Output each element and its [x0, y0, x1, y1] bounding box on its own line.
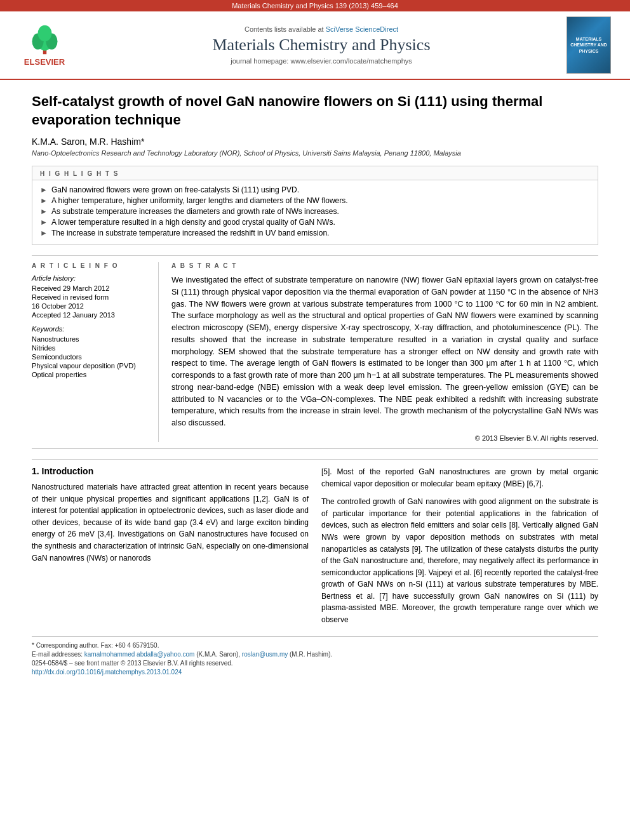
highlight-text-3: As substrate temperature increases the d… — [51, 207, 339, 216]
highlight-item-1: ► GaN nanowired flowers were grown on fr… — [40, 185, 590, 194]
section-divider — [32, 459, 598, 460]
article-info-header: A R T I C L E I N F O — [32, 262, 149, 269]
journal-cover-image: MATERIALS CHEMISTRY AND PHYSICS — [566, 17, 617, 74]
keyword-1: Nanostructures — [32, 335, 149, 343]
highlight-text-1: GaN nanowired flowers were grown on free… — [51, 185, 299, 194]
article-info-col: A R T I C L E I N F O Article history: R… — [32, 262, 159, 442]
highlight-arrow-1: ► — [40, 185, 48, 194]
keyword-4: Physical vapour deposition (PVD) — [32, 362, 149, 370]
highlight-text-5: The increase in substrate temperature in… — [51, 229, 330, 237]
top-banner: Materials Chemistry and Physics 139 (201… — [0, 0, 630, 11]
footer-section: * Corresponding author. Fax: +60 4 65791… — [32, 636, 598, 676]
highlights-section: H I G H L I G H T S ► GaN nanowired flow… — [32, 166, 598, 245]
highlight-item-5: ► The increase in substrate temperature … — [40, 229, 590, 237]
history-revised-date: 16 October 2012 — [32, 302, 149, 310]
highlights-body: ► GaN nanowired flowers were grown on fr… — [32, 180, 598, 244]
main-content: Self-catalyst growth of novel GaN nanowi… — [0, 80, 630, 690]
authors-line: K.M.A. Saron, M.R. Hashim* — [32, 137, 598, 147]
introduction-left: 1. Introduction Nanostructured materials… — [32, 466, 309, 626]
sciverse-link[interactable]: SciVerse ScienceDirect — [326, 25, 398, 33]
journal-homepage: journal homepage: www.elsevier.com/locat… — [83, 57, 560, 65]
keyword-5: Optical properties — [32, 371, 149, 378]
keywords-title: Keywords: — [32, 325, 149, 333]
highlight-text-2: A higher temperature, higher uniformity,… — [51, 196, 348, 205]
doi-link[interactable]: http://dx.doi.org/10.1016/j.matchemphys.… — [32, 669, 182, 676]
cover-title-text: MATERIALS CHEMISTRY AND PHYSICS — [570, 36, 608, 53]
sciverse-line: Contents lists available at SciVerse Sci… — [83, 25, 560, 33]
elsevier-wordmark: ELSEVIER — [24, 57, 65, 67]
history-title: Article history: — [32, 274, 149, 282]
email-label: E-mail addresses: — [32, 651, 83, 658]
elsevier-logo-section: ELSEVIER — [13, 24, 76, 67]
introduction-left-text: Nanostructured materials have attracted … — [32, 481, 309, 564]
abstract-text: We investigated the effect of substrate … — [171, 274, 598, 429]
highlight-text-4: A lower temperature resulted in a high d… — [51, 218, 335, 227]
intro-left-body: Nanostructured materials have attracted … — [32, 483, 309, 563]
introduction-title: 1. Introduction — [32, 466, 309, 476]
email-link-1[interactable]: kamalmohammed abdalla@yahoo.com — [84, 651, 195, 658]
highlight-item-4: ► A lower temperature resulted in a high… — [40, 218, 590, 227]
email-name-2: (M.R. Hashim). — [290, 651, 332, 658]
copyright-line: © 2013 Elsevier B.V. All rights reserved… — [171, 434, 598, 442]
keyword-3: Semiconductors — [32, 353, 149, 361]
highlights-header: H I G H L I G H T S — [32, 166, 598, 180]
email-link-2[interactable]: roslan@usm.my — [242, 651, 288, 658]
history-received: Received 29 March 2012 — [32, 284, 149, 292]
article-info-abstract-section: A R T I C L E I N F O Article history: R… — [32, 255, 598, 449]
section-number: 1. — [32, 466, 39, 476]
abstract-col: A B S T R A C T We investigated the effe… — [171, 262, 598, 442]
introduction-section: 1. Introduction Nanostructured materials… — [32, 466, 598, 626]
doi-line: http://dx.doi.org/10.1016/j.matchemphys.… — [32, 669, 598, 676]
introduction-right: [5]. Most of the reported GaN nanostruct… — [321, 466, 598, 626]
abstract-header: A B S T R A C T — [171, 262, 598, 269]
corresponding-author-note: * Corresponding author. Fax: +60 4 65791… — [32, 642, 598, 649]
intro-right-text-2: The controlled growth of GaN nanowires w… — [321, 496, 598, 626]
keyword-2: Nitrides — [32, 344, 149, 352]
issn-line: 0254-0584/$ – see front matter © 2013 El… — [32, 660, 598, 667]
svg-point-4 — [37, 25, 51, 41]
highlight-arrow-2: ► — [40, 196, 48, 205]
highlight-arrow-4: ► — [40, 218, 48, 227]
sciverse-prefix: Contents lists available at — [245, 25, 326, 33]
journal-title: Materials Chemistry and Physics — [83, 36, 560, 55]
journal-center: Contents lists available at SciVerse Sci… — [83, 25, 560, 65]
authors-text: K.M.A. Saron, M.R. Hashim* — [32, 137, 144, 147]
intro-right-text-1: [5]. Most of the reported GaN nanostruct… — [321, 466, 598, 490]
elsevier-tree-icon — [27, 24, 62, 56]
section-label: Introduction — [42, 466, 94, 476]
journal-citation: Materials Chemistry and Physics 139 (201… — [232, 2, 398, 10]
cover-thumbnail: MATERIALS CHEMISTRY AND PHYSICS — [566, 17, 611, 74]
history-accepted: Accepted 12 January 2013 — [32, 311, 149, 319]
highlight-item-2: ► A higher temperature, higher uniformit… — [40, 196, 590, 205]
article-title: Self-catalyst growth of novel GaN nanowi… — [32, 93, 598, 129]
history-revised-label: Received in revised form — [32, 293, 149, 301]
journal-header: ELSEVIER Contents lists available at Sci… — [0, 11, 630, 80]
highlight-arrow-5: ► — [40, 229, 48, 237]
highlight-arrow-3: ► — [40, 207, 48, 216]
highlight-item-3: ► As substrate temperature increases the… — [40, 207, 590, 216]
email-name-1: (K.M.A. Saron), — [196, 651, 240, 658]
affiliation-text: Nano-Optoelectronics Research and Techno… — [32, 149, 598, 157]
email-note: E-mail addresses: kamalmohammed abdalla@… — [32, 651, 598, 658]
